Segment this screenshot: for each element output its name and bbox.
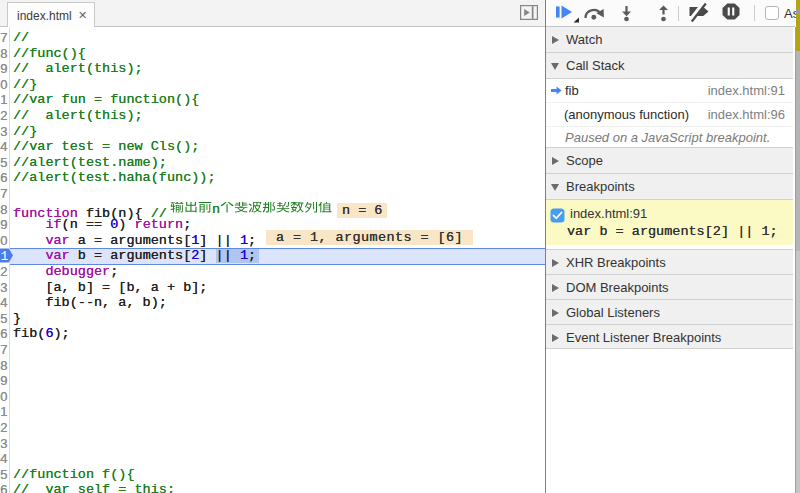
svg-text:1: 1 xyxy=(1,249,9,264)
